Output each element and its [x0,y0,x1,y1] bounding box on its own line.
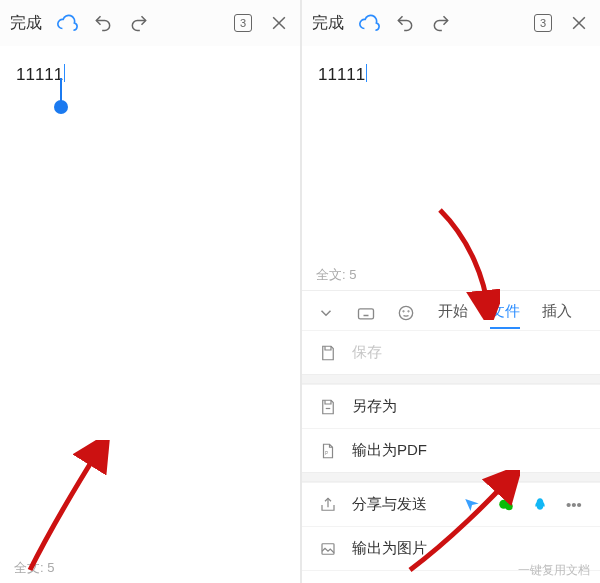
menu-save: 保存 [302,330,600,374]
menu-export-pdf-label: 输出为PDF [352,441,427,460]
save-as-icon [318,398,338,416]
cloud-sync-icon[interactable] [358,12,380,34]
page-count-icon: 3 [234,14,252,32]
done-button[interactable]: 完成 [10,13,42,34]
document-text: 11111 [16,65,63,84]
page-indicator[interactable]: 3 [232,12,254,34]
svg-point-6 [505,502,513,510]
collapse-icon[interactable] [314,301,338,325]
menu-save-as-label: 另存为 [352,397,397,416]
undo-icon[interactable] [394,12,416,34]
text-caret [64,64,65,82]
page-indicator[interactable]: 3 [532,12,554,34]
assistant-icon[interactable] [394,301,418,325]
tab-file[interactable]: 文件 [490,296,520,329]
word-count-right: 全文: 5 [302,260,600,290]
file-menu: 保存 另存为 P 输出为PDF 分享与发送 [302,330,600,583]
pdf-icon: P [318,442,338,460]
document-text: 11111 [318,65,365,84]
close-icon[interactable] [568,12,590,34]
menu-save-as[interactable]: 另存为 [302,384,600,428]
more-icon[interactable]: ••• [564,495,584,515]
tab-insert[interactable]: 插入 [542,296,572,329]
menu-share[interactable]: 分享与发送 ••• [302,482,600,526]
svg-point-2 [403,310,404,311]
cloud-sync-icon[interactable] [56,12,78,34]
selection-handle-icon[interactable] [54,100,68,114]
done-button-right[interactable]: 完成 [312,13,344,34]
image-icon [318,540,338,558]
svg-text:P: P [325,450,328,455]
page-count-icon: 3 [534,14,552,32]
toolbar-tabs: 开始 文件 插入 [302,290,600,334]
redo-icon[interactable] [430,12,452,34]
document-body[interactable]: 11111 [0,46,300,103]
undo-icon[interactable] [92,12,114,34]
close-icon[interactable] [268,12,290,34]
menu-save-label: 保存 [352,343,382,362]
menu-share-label: 分享与发送 [352,495,427,514]
menu-export-pdf[interactable]: P 输出为PDF [302,428,600,472]
redo-icon[interactable] [128,12,150,34]
wechat-icon[interactable] [496,495,516,515]
left-pane: 完成 3 11111 全文: 5 [0,0,300,583]
menu-export-img-label: 输出为图片 [352,539,427,558]
keyboard-icon[interactable] [354,301,378,325]
svg-rect-0 [359,308,374,318]
share-icon [318,496,338,514]
topbar-right: 完成 3 [302,0,600,46]
qq-icon[interactable] [530,495,550,515]
word-count-left: 全文: 5 [0,553,300,583]
save-icon [318,344,338,362]
right-pane: 完成 3 11111 全文: 5 [300,0,600,583]
dingtalk-icon[interactable] [462,495,482,515]
topbar-left: 完成 3 [0,0,300,46]
bottom-hint: 一键复用文档 [518,562,590,579]
selection-handle-stem[interactable] [60,78,62,102]
svg-point-1 [399,306,412,319]
svg-point-3 [408,310,409,311]
document-body-right[interactable]: 11111 [302,46,600,103]
tab-start[interactable]: 开始 [438,296,468,329]
text-caret [366,64,367,82]
